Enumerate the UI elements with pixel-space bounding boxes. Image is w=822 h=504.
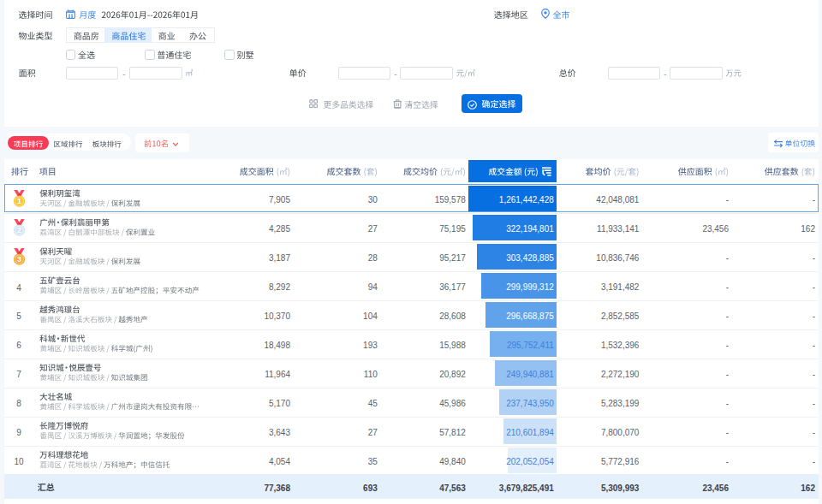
svg-text:3: 3 (17, 255, 21, 264)
svg-text:2: 2 (17, 226, 21, 234)
svg-text:1: 1 (17, 197, 21, 205)
